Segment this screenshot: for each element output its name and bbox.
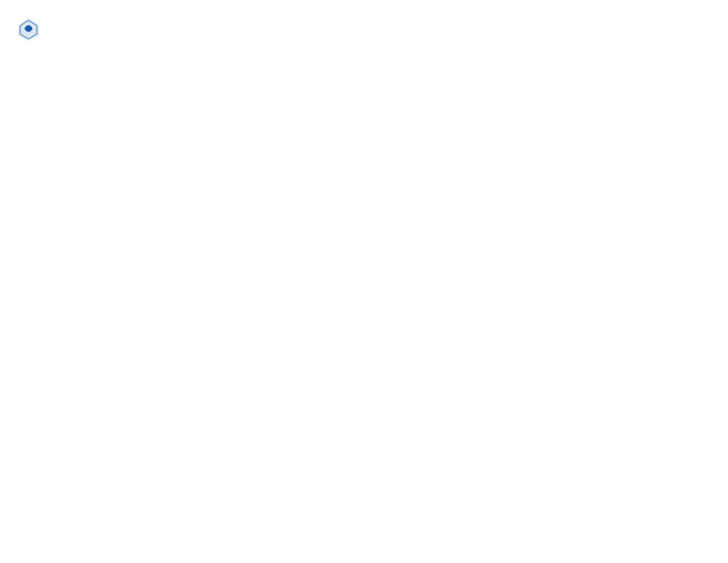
logo <box>15 15 46 42</box>
logo-icon <box>15 15 42 42</box>
page-header <box>15 15 713 42</box>
